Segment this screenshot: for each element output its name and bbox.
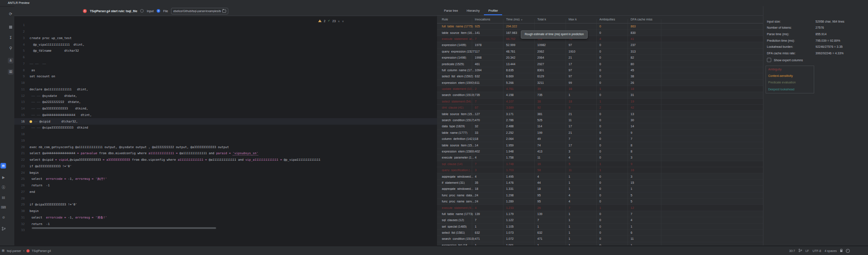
line-content[interactable]: select @a4444444444444444 = paravalue fr… xyxy=(26,152,258,155)
line-content[interactable]: —— —— @sysdate dtdate, xyxy=(26,94,77,98)
line-content[interactable]: select errorcode = -1, errormsg = '执行!' xyxy=(26,177,107,181)
editor-line[interactable]: 5 @p_tblname dtchar32 xyxy=(14,48,437,54)
stop-icon[interactable] xyxy=(8,24,13,30)
tab-profiler[interactable]: Profiler xyxy=(484,6,502,15)
editor-line[interactable]: 18 xyxy=(14,131,437,138)
layers-icon[interactable]: ▤ xyxy=(0,195,7,200)
column-header-rule[interactable]: Rule xyxy=(442,18,475,21)
line-content[interactable]: end xyxy=(26,190,35,194)
line-content[interactable]: return -1 xyxy=(26,184,49,187)
profiler-row[interactable]: table_source_item (16...141167.9830830 xyxy=(437,30,763,36)
profiler-row[interactable]: func_proc_name_serv...241.28995405 xyxy=(437,199,763,205)
editor-line[interactable]: 16—— @vipid dtchar32, xyxy=(14,118,437,125)
profiler-row[interactable]: execute_parameter (1...41.75811403 xyxy=(437,155,763,161)
column-header-invocations[interactable]: Invocations xyxy=(475,18,506,21)
profiler-row[interactable]: table_name (1777)332.2521992109 xyxy=(437,130,763,136)
line-content[interactable]: —— @vipid dtchar32, xyxy=(26,120,78,123)
line-content[interactable]: if @a333333333333 !='0' xyxy=(26,165,72,168)
editor-line[interactable]: 31 select errorcode = -1, errormsg = '准备… xyxy=(14,215,437,221)
profiler-row[interactable]: execute_statement_ar...766.79211876441 xyxy=(437,36,763,42)
file-path-field[interactable]: ebelice/Github/tsql-parser/examples/big.… xyxy=(171,8,228,14)
hierarchy-toggle-icon[interactable]: ⋔ xyxy=(8,58,13,63)
problems-icon[interactable]: ⊘ xyxy=(0,215,7,220)
line-content[interactable]: return -1 xyxy=(26,222,49,226)
editor-line[interactable]: 10 xyxy=(14,80,437,86)
profiler-row[interactable]: column_definition (1421)182.06449707 xyxy=(437,136,763,142)
editor-line[interactable]: 20exec nb_com_getsysconfig @a11111111111… xyxy=(14,144,437,150)
structure-toggle-icon[interactable]: ⊞ xyxy=(8,69,13,75)
column-header-ambiguities[interactable]: Ambiguities xyxy=(599,18,631,21)
file-radio-label[interactable]: File xyxy=(163,10,168,13)
editor-line[interactable]: 27end xyxy=(14,189,437,195)
line-content[interactable]: if @vipa333333333333 !='0' xyxy=(26,203,77,206)
column-header-dfa-cache-miss[interactable]: DFA cache miss xyxy=(631,18,763,21)
line-content[interactable]: begin xyxy=(26,171,39,175)
zoom-icon[interactable]: ⚲ xyxy=(8,46,13,51)
tab-parse-tree[interactable]: Parse tree xyxy=(440,6,462,15)
input-radio[interactable] xyxy=(140,9,144,13)
profiler-row[interactable]: set_special (1485)11.1051101 xyxy=(437,224,763,230)
editor-line[interactable]: 29if @vipa333333333333 !='0' xyxy=(14,202,437,208)
profiler-row[interactable]: search_condition (1519)7354.1587351031 xyxy=(437,92,763,98)
profiler-row[interactable]: table_source_item (15...1273.17138121013 xyxy=(437,111,763,117)
caret-position[interactable]: 30:7 xyxy=(789,249,795,252)
encoding-indicator[interactable]: UTF-8 xyxy=(812,249,821,252)
editor-line[interactable]: 7—— —— —— xyxy=(14,61,437,67)
editor-line[interactable]: 19 xyxy=(14,138,437,144)
profiler-row[interactable]: full_table_name (1775)925294.3220863 xyxy=(437,23,763,30)
line-content[interactable]: —— —— @a333333333333 dtkind, xyxy=(26,107,88,110)
line-content[interactable]: —— —— @a2222222222 dtdate, xyxy=(26,100,81,104)
editor-line[interactable]: 11declare @a1111111111111 dtint, xyxy=(14,86,437,93)
show-expert-columns-row[interactable]: Show expert columns xyxy=(767,58,803,62)
editor-line[interactable]: 28 xyxy=(14,195,437,202)
profiler-row[interactable]: full_table_name (1773)1391.179139107 xyxy=(437,211,763,217)
editor-horizontal-scrollbar[interactable] xyxy=(32,227,216,229)
profiler-row[interactable]: predicate (1525)46113.444292717080 xyxy=(437,61,763,67)
line-content[interactable]: select @vipid = vipid,@vipa333333333333 … xyxy=(26,158,320,162)
profiler-row[interactable]: sql_clauses (12)71.1227104 xyxy=(437,217,763,223)
editor-line[interactable]: 3create proc up_com_test xyxy=(14,35,437,42)
profiler-row[interactable]: aggregate_windowed...181.33118101 xyxy=(437,186,763,192)
editor-line[interactable]: 1 xyxy=(14,22,437,29)
editor-line[interactable]: 30begin xyxy=(14,208,437,215)
editor-line[interactable]: 12 —— —— @sysdate dtdate, xyxy=(14,93,437,99)
editor-line[interactable]: 6 xyxy=(14,54,437,61)
profiler-row[interactable]: expression_elem (1589)4021.948413308 xyxy=(437,149,763,155)
profiler-row[interactable]: sql_clause (14)71.74816519 xyxy=(437,161,763,167)
terminal-icon[interactable]: ⌨ xyxy=(0,205,7,210)
profiler-row[interactable]: aggregate_windowed...41.4954103 xyxy=(437,173,763,179)
profiler-row[interactable]: query_expression (1527)11748.76120621910… xyxy=(437,49,763,55)
profiler-row[interactable]: search_condition (1517)4702.78652511030 xyxy=(437,117,763,123)
profiler-row[interactable]: table_source_item (15...141.959741708 xyxy=(437,142,763,148)
editor-line[interactable]: 26 return -1 xyxy=(14,182,437,189)
editor-line[interactable]: 4 @p_vipa1111111111111 dtint, xyxy=(14,41,437,48)
editor-line[interactable]: 14 —— —— @a333333333333 dtkind, xyxy=(14,106,437,112)
editor-line[interactable]: 22select @vipid = vipid,@vipa33333333333… xyxy=(14,157,437,163)
editor-line[interactable]: 24begin xyxy=(14,169,437,176)
line-content[interactable]: @p_vipa1111111111111 dtint, xyxy=(26,43,84,46)
line-content[interactable]: create proc up_com_test xyxy=(26,36,72,40)
editor-line[interactable]: 17 —— —— @vipa333333333333 dtkind xyxy=(14,125,437,131)
profiler-row[interactable]: dml_clause (41)673.689929242 xyxy=(437,105,763,111)
scroll-to-source-icon[interactable]: ↧ xyxy=(8,35,13,41)
line-content[interactable]: —— —— —— xyxy=(26,62,46,66)
indent-indicator[interactable]: 4 spaces xyxy=(825,249,837,252)
expert-columns-label[interactable]: Show expert columns xyxy=(774,59,803,62)
line-content[interactable]: —— —— @a4444444444444444 dtint, xyxy=(26,113,92,117)
editor-line[interactable]: 8 as xyxy=(14,67,437,73)
input-radio-label[interactable]: Input xyxy=(147,10,154,13)
profiler-row[interactable]: expression (1498)199820.342206421082 xyxy=(437,55,763,61)
editor-line[interactable]: 13 —— —— @a2222222222 dtdate, xyxy=(14,99,437,106)
branch-icon[interactable] xyxy=(0,227,7,232)
line-content[interactable]: declare @a1111111111111 dtint, xyxy=(26,88,88,91)
antlr-tool-icon[interactable]: Ⓐ xyxy=(0,185,7,190)
tab-hierarchy[interactable]: Hierarchy xyxy=(462,6,484,15)
column-header-max-k[interactable]: Max k xyxy=(569,18,599,21)
line-content[interactable]: as xyxy=(26,69,35,72)
profiler-row[interactable]: search_condition (1516)4711.0724711011 xyxy=(437,236,763,242)
profiler-row[interactable]: select_list_elem (1592)6326.669612997038 xyxy=(437,73,763,79)
line-content[interactable]: select errorcode = -1, errormsg = '准备!' xyxy=(26,215,107,220)
column-header-total-k[interactable]: Total k xyxy=(537,18,569,21)
profiler-row[interactable]: if_statement (31)351.476441015 xyxy=(437,180,763,186)
expert-columns-checkbox[interactable] xyxy=(767,58,771,62)
